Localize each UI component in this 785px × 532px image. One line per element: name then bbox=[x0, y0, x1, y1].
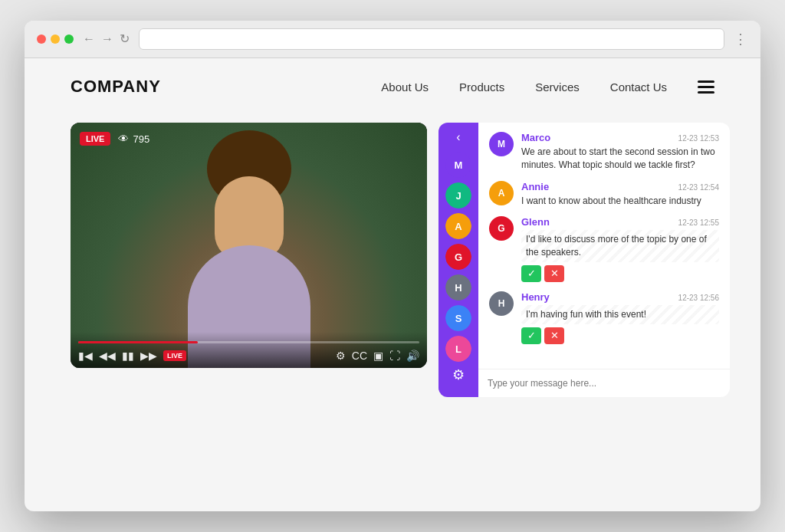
browser-window: ← → ↻ ⋮ COMPANY About Us Products Servic… bbox=[25, 21, 760, 511]
msg-content-glenn: Glenn 12-23 12:55 I'd like to discuss mo… bbox=[521, 216, 719, 282]
chat-input-area bbox=[478, 369, 730, 397]
msg-header-annie: Annie 12-23 12:54 bbox=[521, 181, 719, 192]
msg-avatar-annie: A bbox=[489, 181, 514, 205]
chat-message-henry: H Henry 12-23 12:56 I'm having fun with … bbox=[489, 291, 719, 344]
chat-main: M Marco 12-23 12:53 We are about to star… bbox=[478, 123, 730, 397]
sidebar-avatar-1[interactable]: J bbox=[445, 182, 471, 209]
msg-time-henry: 12-23 12:56 bbox=[678, 294, 719, 302]
nav-link-products[interactable]: Products bbox=[459, 80, 504, 94]
controls-row: ▮◀ ◀◀ ▮▮ ▶▶ LIVE ⚙ CC ▣ ⛶ 🔊 bbox=[78, 350, 419, 362]
msg-moderated-bg-glenn: I'd like to discuss more of the topic by… bbox=[521, 230, 719, 262]
msg-name-marco: Marco bbox=[521, 132, 550, 143]
ctrl-right: ⚙ CC ▣ ⛶ 🔊 bbox=[336, 350, 419, 362]
nav-link-contact-us[interactable]: Contact Us bbox=[610, 80, 667, 94]
sidebar-avatar-0[interactable]: M bbox=[445, 152, 471, 178]
msg-time-marco: 12-23 12:53 bbox=[678, 134, 719, 143]
chat-message-glenn: G Glenn 12-23 12:55 I'd like to discuss … bbox=[489, 216, 719, 282]
video-player: LIVE 👁 795 ▮◀ ◀◀ bbox=[71, 123, 427, 368]
nav-links: About Us Products Services Contact Us bbox=[381, 80, 714, 94]
sidebar-avatar-4[interactable]: H bbox=[445, 274, 471, 300]
msg-text-glenn: I'd like to discuss more of the topic by… bbox=[526, 233, 714, 259]
address-bar[interactable] bbox=[139, 28, 724, 50]
reject-button-henry[interactable]: ✕ bbox=[544, 327, 564, 344]
chat-section: ‹ M J A G H bbox=[438, 123, 730, 397]
hamburger-menu-icon[interactable] bbox=[698, 80, 714, 94]
chat-messages: M Marco 12-23 12:53 We are about to star… bbox=[478, 123, 730, 369]
close-button[interactable] bbox=[37, 34, 46, 44]
msg-header-glenn: Glenn 12-23 12:55 bbox=[521, 216, 719, 228]
msg-content-henry: Henry 12-23 12:56 I'm having fun with th… bbox=[521, 291, 719, 344]
sidebar-avatar-6[interactable]: L bbox=[445, 336, 471, 362]
browser-chrome: ← → ↻ ⋮ bbox=[25, 21, 760, 58]
msg-header-marco: Marco 12-23 12:53 bbox=[521, 132, 719, 143]
forward-button[interactable]: → bbox=[101, 33, 113, 45]
play-pause-button[interactable]: ▮▮ bbox=[122, 350, 134, 362]
msg-avatar-glenn: G bbox=[489, 216, 514, 241]
sidebar-collapse-button[interactable]: ‹ bbox=[456, 130, 460, 144]
chat-sidebar: ‹ M J A G H bbox=[438, 123, 478, 397]
rewind-button[interactable]: ◀◀ bbox=[99, 350, 116, 362]
progress-bar-container[interactable] bbox=[78, 341, 419, 343]
brand-logo: COMPANY bbox=[71, 77, 161, 97]
msg-avatar-henry: H bbox=[489, 291, 514, 316]
msg-header-henry: Henry 12-23 12:56 bbox=[521, 291, 719, 303]
sidebar-avatar-2[interactable]: A bbox=[445, 213, 471, 239]
sidebar-avatar-5[interactable]: S bbox=[445, 305, 471, 331]
msg-avatar-marco: M bbox=[489, 132, 514, 156]
browser-nav-buttons: ← → ↻ bbox=[83, 33, 130, 45]
video-overlay-top: LIVE 👁 795 bbox=[80, 132, 149, 146]
progress-bar-fill bbox=[78, 341, 198, 343]
navbar: COMPANY About Us Products Services Conta… bbox=[25, 58, 760, 115]
msg-time-annie: 12-23 12:54 bbox=[678, 183, 719, 192]
volume-button[interactable]: 🔊 bbox=[406, 350, 419, 362]
viewer-count: 👁 795 bbox=[118, 133, 149, 145]
back-button[interactable]: ← bbox=[83, 33, 95, 45]
video-content bbox=[71, 123, 427, 368]
reload-button[interactable]: ↻ bbox=[120, 33, 130, 45]
browser-menu-dots[interactable]: ⋮ bbox=[734, 31, 748, 48]
eye-icon: 👁 bbox=[118, 133, 129, 145]
live-ctrl-badge: LIVE bbox=[163, 350, 186, 361]
main-area: LIVE 👁 795 ▮◀ ◀◀ bbox=[25, 115, 760, 428]
subtitles-button[interactable]: CC bbox=[352, 350, 367, 362]
msg-text-marco: We are about to start the second session… bbox=[521, 146, 719, 172]
msg-content-marco: Marco 12-23 12:53 We are about to start … bbox=[521, 132, 719, 172]
traffic-lights bbox=[37, 34, 74, 44]
msg-name-glenn: Glenn bbox=[521, 216, 550, 228]
settings-ctrl-button[interactable]: ⚙ bbox=[336, 350, 346, 362]
minimize-button[interactable] bbox=[51, 34, 60, 44]
msg-text-annie: I want to know about the healthcare indu… bbox=[521, 195, 719, 208]
sidebar-avatar-3[interactable]: G bbox=[445, 244, 471, 270]
msg-moderated-bg-henry: I'm having fun with this event! bbox=[521, 305, 719, 324]
reject-button-glenn[interactable]: ✕ bbox=[544, 265, 564, 282]
approve-button-glenn[interactable]: ✓ bbox=[521, 265, 541, 282]
gear-icon[interactable]: ⚙ bbox=[452, 366, 465, 389]
msg-time-glenn: 12-23 12:55 bbox=[678, 218, 719, 227]
approve-button-henry[interactable]: ✓ bbox=[521, 327, 541, 344]
nav-link-about-us[interactable]: About Us bbox=[381, 80, 429, 94]
video-controls: ▮◀ ◀◀ ▮▮ ▶▶ LIVE ⚙ CC ▣ ⛶ 🔊 bbox=[71, 332, 427, 368]
fast-forward-button[interactable]: ▶▶ bbox=[140, 350, 157, 362]
msg-text-henry: I'm having fun with this event! bbox=[526, 308, 714, 321]
page-content: COMPANY About Us Products Services Conta… bbox=[25, 58, 760, 428]
chat-input[interactable] bbox=[488, 378, 721, 389]
msg-content-annie: Annie 12-23 12:54 I want to know about t… bbox=[521, 181, 719, 208]
msg-actions-glenn: ✓ ✕ bbox=[521, 265, 719, 282]
video-section: LIVE 👁 795 ▮◀ ◀◀ bbox=[71, 123, 438, 397]
msg-actions-henry: ✓ ✕ bbox=[521, 327, 719, 344]
fullscreen-ctrl-button[interactable]: ⛶ bbox=[389, 350, 400, 362]
chat-message-marco: M Marco 12-23 12:53 We are about to star… bbox=[489, 132, 719, 172]
skip-back-button[interactable]: ▮◀ bbox=[78, 350, 93, 362]
live-badge: LIVE bbox=[80, 132, 110, 146]
nav-link-services[interactable]: Services bbox=[535, 80, 580, 94]
fullscreen-button[interactable] bbox=[64, 34, 74, 44]
msg-name-henry: Henry bbox=[521, 291, 550, 303]
chat-message-annie: A Annie 12-23 12:54 I want to know about… bbox=[489, 181, 719, 208]
pip-button[interactable]: ▣ bbox=[373, 350, 383, 362]
msg-name-annie: Annie bbox=[521, 181, 549, 192]
